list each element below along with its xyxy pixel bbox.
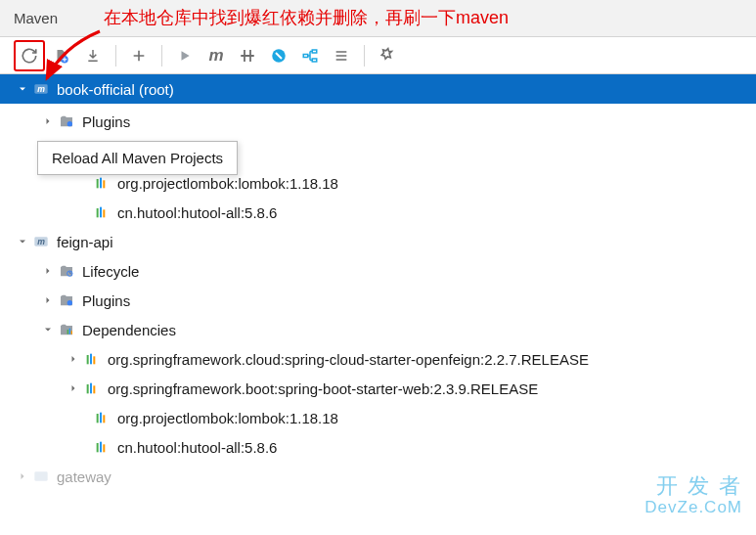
library-icon	[92, 410, 111, 425]
tree-node-dependency[interactable]: org.springframework.cloud:spring-cloud-s…	[0, 344, 756, 374]
svg-point-21	[67, 300, 72, 305]
svg-rect-26	[90, 354, 92, 365]
tree-node-dependency[interactable]: org.projectlombok:lombok:1.18.18	[0, 403, 756, 432]
library-icon	[82, 351, 102, 367]
chevron-right-icon[interactable]	[39, 115, 57, 127]
maven-module-icon	[31, 468, 51, 484]
svg-rect-15	[97, 208, 99, 217]
svg-rect-36	[103, 444, 105, 452]
svg-rect-14	[103, 180, 105, 188]
maven-goal-button[interactable]: m	[201, 41, 231, 70]
maven-module-icon: m	[31, 81, 51, 97]
folder-deps-icon	[57, 322, 76, 337]
toolbar-separator	[161, 45, 162, 67]
svg-rect-25	[87, 355, 89, 364]
tree-node-label: book-official (root)	[57, 81, 174, 98]
tree-node-label: gateway	[57, 468, 111, 485]
svg-rect-30	[93, 385, 95, 393]
tree-node-label: Plugins	[82, 113, 130, 130]
svg-rect-24	[71, 331, 72, 334]
chevron-right-icon[interactable]	[65, 353, 82, 365]
folder-gear-icon	[57, 292, 76, 308]
tree-node-module[interactable]: gateway	[0, 462, 756, 491]
tree-node-plugins[interactable]: Plugins	[0, 286, 756, 315]
collapse-all-button[interactable]	[327, 41, 356, 70]
add-project-button[interactable]	[124, 41, 154, 70]
tree-node-lifecycle[interactable]: Lifecycle	[0, 256, 756, 286]
svg-rect-29	[90, 383, 92, 394]
svg-rect-16	[100, 207, 102, 218]
toolbar-separator	[115, 45, 116, 67]
panel-header: Maven	[0, 0, 756, 37]
tree-node-dependency[interactable]: org.springframework.boot:spring-boot-sta…	[0, 374, 756, 403]
svg-rect-34	[97, 443, 99, 452]
download-sources-button[interactable]	[78, 41, 108, 70]
chevron-down-icon[interactable]	[14, 236, 31, 247]
svg-rect-4	[312, 50, 317, 53]
skip-tests-button[interactable]	[233, 41, 262, 70]
svg-rect-3	[303, 54, 308, 57]
toolbar-separator	[364, 45, 365, 67]
project-tree: m book-official (root) Reload All Maven …	[0, 74, 756, 491]
tree-node-label: Plugins	[82, 292, 130, 309]
offline-mode-button[interactable]	[264, 41, 293, 70]
tree-node-label: Lifecycle	[82, 263, 139, 280]
generate-sources-button[interactable]	[47, 41, 76, 70]
tree-node-dependencies[interactable]: Dependencies	[0, 315, 756, 344]
svg-rect-31	[97, 414, 99, 423]
watermark-line2: DevZe.CoM	[645, 498, 742, 517]
tree-node-label: cn.hutool:hutool-all:5.8.6	[117, 439, 277, 456]
svg-point-8	[67, 121, 72, 126]
show-dependencies-button[interactable]	[295, 41, 325, 70]
svg-rect-35	[100, 442, 102, 453]
toolbar: m	[0, 37, 756, 74]
tooltip: Reload All Maven Projects	[37, 141, 238, 175]
library-icon	[92, 204, 111, 220]
svg-rect-22	[67, 330, 68, 334]
svg-text:m: m	[37, 237, 45, 246]
svg-rect-33	[103, 415, 105, 423]
folder-lifecycle-icon	[57, 263, 76, 279]
svg-text:m: m	[37, 84, 45, 94]
svg-rect-5	[312, 59, 317, 62]
chevron-right-icon[interactable]	[65, 382, 82, 394]
tree-node-plugins[interactable]: Plugins	[0, 104, 756, 139]
tree-node-dependency[interactable]: cn.hutool:hutool-all:5.8.6	[0, 432, 756, 462]
maven-settings-button[interactable]	[373, 41, 402, 70]
svg-rect-23	[69, 329, 70, 334]
chevron-down-icon[interactable]	[39, 324, 57, 335]
tree-node-label: org.springframework.boot:spring-boot-sta…	[108, 380, 538, 397]
chevron-right-icon[interactable]	[39, 265, 57, 277]
reload-button[interactable]	[14, 40, 45, 71]
chevron-down-icon[interactable]	[14, 83, 31, 95]
svg-rect-28	[87, 384, 89, 393]
maven-module-icon: m	[31, 234, 51, 249]
tree-node-label: Dependencies	[82, 322, 176, 338]
tree-node-label: feign-api	[57, 234, 113, 250]
library-icon	[82, 380, 102, 396]
chevron-right-icon[interactable]	[14, 470, 31, 482]
tree-node-module[interactable]: m feign-api	[0, 227, 756, 256]
folder-gear-icon	[57, 113, 76, 129]
svg-rect-37	[34, 471, 47, 480]
run-button[interactable]	[170, 41, 200, 70]
library-icon	[92, 175, 111, 191]
panel-title: Maven	[14, 10, 58, 26]
tree-node-label: cn.hutool:hutool-all:5.8.6	[117, 204, 277, 221]
tree-node-root[interactable]: m book-official (root)	[0, 74, 756, 104]
library-icon	[92, 439, 111, 455]
svg-rect-27	[93, 356, 95, 364]
svg-rect-13	[100, 178, 102, 189]
chevron-right-icon[interactable]	[39, 294, 57, 306]
tree-node-dependency[interactable]: cn.hutool:hutool-all:5.8.6	[0, 198, 756, 227]
tree-node-label: org.springframework.cloud:spring-cloud-s…	[108, 351, 589, 368]
tree-node-label: org.projectlombok:lombok:1.18.18	[117, 175, 338, 192]
svg-rect-12	[97, 179, 99, 188]
svg-rect-17	[103, 209, 105, 217]
tree-node-label: org.projectlombok:lombok:1.18.18	[117, 410, 338, 426]
svg-rect-32	[100, 413, 102, 424]
